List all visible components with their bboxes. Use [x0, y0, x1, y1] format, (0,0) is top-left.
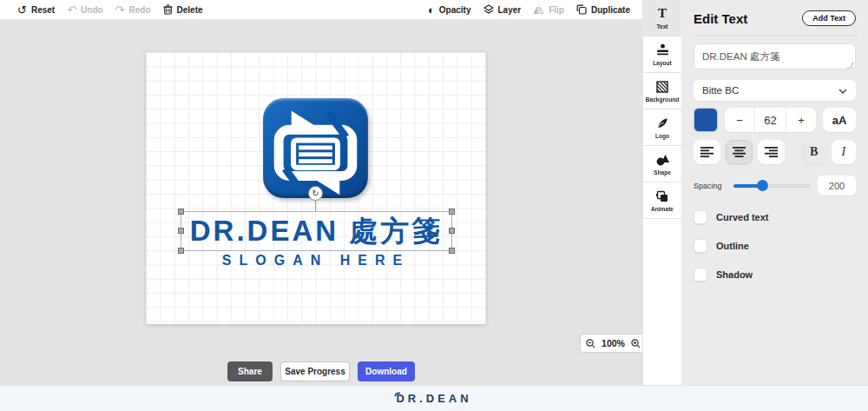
download-button[interactable]: Download: [358, 361, 415, 381]
footer-brand-logo: DR.DEAN: [396, 392, 471, 405]
action-button-row: Share Save Progress Download: [0, 361, 642, 381]
shadow-option: Shadow: [694, 268, 856, 282]
sidebar-item-logo[interactable]: Logo: [643, 109, 681, 146]
font-size-stepper: − 62 +: [725, 108, 816, 132]
redo-icon: ↷: [115, 4, 125, 16]
font-color-swatch[interactable]: [694, 108, 718, 132]
textarea-resize-grip[interactable]: [847, 63, 853, 69]
reset-label: Reset: [31, 5, 55, 15]
opacity-icon: ◐: [428, 4, 435, 16]
layer-label: Layer: [498, 5, 522, 15]
shape-label: Shape: [654, 169, 671, 176]
text-selection-box[interactable]: DR.DEAN 處方箋: [181, 211, 452, 251]
align-center-icon: [733, 147, 746, 157]
italic-button[interactable]: I: [832, 140, 856, 164]
sidebar-item-layout[interactable]: Layout: [643, 36, 681, 73]
animate-icon: [656, 189, 668, 203]
sidebar-item-background[interactable]: Background: [643, 73, 681, 109]
align-right-icon: [765, 147, 779, 157]
tool-strip: T Text Layout Background Logo Shape Anim…: [642, 0, 681, 385]
spacing-value-input[interactable]: 200: [818, 176, 856, 196]
zoom-control: 100%: [580, 334, 647, 353]
toolbar-left-group: ↺ Reset ↶ Undo ↷ Redo Delete: [17, 4, 203, 16]
logo-slogan-text[interactable]: SLOGAN HERE: [146, 253, 486, 268]
background-label: Background: [646, 96, 679, 103]
sidebar-item-shape[interactable]: Shape: [643, 146, 681, 182]
duplicate-button[interactable]: Duplicate: [576, 4, 630, 15]
animate-label: Animate: [651, 206, 674, 212]
panel-title: Edit Text: [694, 11, 747, 26]
text-tool-label: Text: [656, 23, 667, 30]
rotate-stem: [315, 201, 316, 211]
shadow-checkbox[interactable]: [694, 268, 707, 282]
toolbar-right-group: ◐ Opacity Layer Flip Duplicate: [428, 4, 630, 16]
opacity-button[interactable]: ◐ Opacity: [428, 4, 471, 16]
font-size-decrease-button[interactable]: −: [725, 108, 754, 132]
undo-icon: ↶: [67, 4, 76, 16]
zoom-value: 100%: [602, 338, 625, 348]
redo-label: Redo: [129, 5, 151, 15]
curved-text-label: Curved text: [716, 212, 769, 222]
align-left-button[interactable]: [694, 140, 720, 164]
zoom-in-icon[interactable]: [631, 339, 641, 348]
layout-label: Layout: [653, 60, 672, 66]
sidebar-item-text[interactable]: T Text: [643, 0, 681, 36]
chevron-down-icon: [838, 85, 847, 96]
outline-checkbox[interactable]: [694, 239, 707, 253]
selection-handle-mid-left[interactable]: [178, 228, 184, 234]
align-left-icon: [700, 147, 714, 157]
canvas-workspace: ↻ DR.DEAN 處方箋 SLOGAN HERE 100% Share Sav…: [0, 21, 642, 385]
footer-brand-text: DR.DEAN: [396, 392, 471, 405]
app-footer: DR.DEAN: [0, 385, 868, 411]
selection-handle-mid-right[interactable]: [449, 228, 455, 234]
letter-case-button[interactable]: aA: [823, 108, 856, 132]
delete-label: Delete: [177, 5, 203, 15]
sidebar-item-animate[interactable]: Animate: [643, 182, 681, 219]
reset-icon: ↺: [17, 4, 27, 16]
delete-button[interactable]: Delete: [163, 4, 203, 15]
align-center-button[interactable]: [726, 140, 753, 164]
layer-button[interactable]: Layer: [483, 4, 522, 15]
panel-divider: [692, 35, 858, 36]
outline-label: Outline: [716, 241, 749, 251]
edit-text-panel: Edit Text Add Text DR.DEAN 處方箋 Bitte BC …: [681, 0, 868, 385]
rotate-handle[interactable]: ↻: [308, 186, 323, 201]
undo-label: Undo: [81, 5, 103, 15]
zoom-out-icon[interactable]: [586, 339, 595, 348]
spacing-slider-thumb[interactable]: [757, 180, 768, 191]
undo-button[interactable]: ↶ Undo: [67, 4, 102, 16]
duplicate-icon: [576, 4, 587, 15]
curved-text-checkbox[interactable]: [694, 210, 707, 224]
layers-icon: [483, 4, 494, 15]
redo-button[interactable]: ↷ Redo: [115, 4, 151, 16]
brand-swoosh-icon: [394, 387, 401, 400]
flip-label: Flip: [549, 5, 564, 15]
opacity-label: Opacity: [439, 5, 471, 15]
logo-mark[interactable]: [263, 98, 368, 198]
text-content-input[interactable]: DR.DEAN 處方箋: [694, 43, 856, 70]
flip-button[interactable]: Flip: [533, 5, 564, 15]
font-family-select[interactable]: Bitte BC: [694, 80, 856, 101]
trash-icon: [163, 4, 173, 15]
logo-tool-label: Logo: [655, 133, 669, 139]
curved-text-option: Curved text: [694, 210, 856, 224]
font-family-value: Bitte BC: [702, 85, 739, 96]
spacing-slider[interactable]: [733, 180, 811, 191]
bold-button[interactable]: B: [802, 140, 826, 164]
design-artboard[interactable]: ↻ DR.DEAN 處方箋 SLOGAN HERE: [146, 52, 486, 324]
layout-icon: [656, 43, 669, 57]
selection-handle-top-left[interactable]: [178, 209, 184, 215]
share-button[interactable]: Share: [227, 361, 273, 381]
spacing-label: Spacing: [694, 182, 727, 190]
reset-button[interactable]: ↺ Reset: [17, 4, 55, 16]
selection-handle-top-right[interactable]: [449, 209, 455, 215]
text-tool-icon: T: [658, 7, 667, 21]
logo-title-text[interactable]: DR.DEAN 處方箋: [190, 212, 444, 251]
outline-option: Outline: [694, 239, 856, 253]
align-right-button[interactable]: [758, 140, 785, 164]
save-progress-button[interactable]: Save Progress: [280, 361, 350, 381]
add-text-button[interactable]: Add Text: [802, 10, 856, 26]
background-icon: [656, 80, 668, 94]
font-size-increase-button[interactable]: +: [786, 108, 816, 132]
shadow-label: Shadow: [716, 269, 753, 280]
